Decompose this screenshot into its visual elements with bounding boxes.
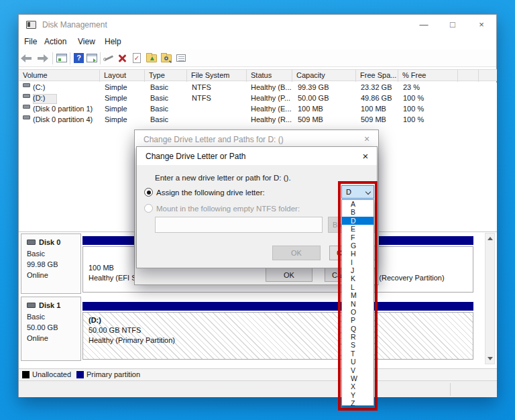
drive-letter-option[interactable]: O: [342, 308, 374, 316]
vertical-scrollbar[interactable]: [485, 233, 495, 364]
disk1-status: Online: [27, 333, 80, 344]
show-console-tree-icon[interactable]: [56, 52, 69, 64]
minimize-button[interactable]: —: [413, 15, 435, 35]
disk0-name: Disk 0: [39, 238, 60, 246]
assign-drive-letter-radio[interactable]: [144, 188, 153, 197]
task-check-icon[interactable]: ✓: [131, 52, 144, 64]
scroll-down-button[interactable]: [485, 354, 494, 364]
explore-folder-icon[interactable]: [160, 52, 174, 64]
column-header[interactable]: % Free: [398, 70, 458, 82]
volume-row[interactable]: (D:)SimpleBasicNTFSHealthy (P...50.00 GB…: [19, 93, 497, 104]
inner-ok-button[interactable]: OK: [272, 246, 321, 260]
chevron-down-icon: [365, 189, 371, 195]
delete-volume-icon[interactable]: [116, 52, 129, 64]
drive-letter-option[interactable]: G: [342, 242, 374, 250]
cell-pct_free: 100 %: [403, 94, 424, 102]
primary-partition-legend-swatch: [76, 371, 84, 378]
drive-letter-option[interactable]: Y: [342, 391, 374, 399]
volume-row[interactable]: (C:)SimpleBasicNTFSHealthy (B...99.39 GB…: [19, 83, 497, 93]
drive-letter-option[interactable]: A: [342, 200, 374, 208]
drive-letter-option[interactable]: N: [342, 300, 374, 308]
dialog-prompt: Enter a new drive letter or path for D: …: [155, 174, 291, 182]
drive-letter-option[interactable]: M: [342, 291, 374, 299]
title-bar: Disk Management — □ ×: [19, 15, 496, 35]
drive-letter-option[interactable]: D: [342, 217, 374, 225]
disk0-status: Online: [27, 270, 80, 280]
column-header[interactable]: Volume: [19, 70, 100, 82]
volume-row[interactable]: (Disk 0 partition 4)SimpleBasicHealthy (…: [19, 115, 497, 125]
drive-letter-option[interactable]: B: [342, 208, 374, 216]
drive-letter-option[interactable]: V: [342, 366, 374, 374]
disk-tool-icon[interactable]: [103, 52, 116, 64]
cell-pct_free: 100 %: [403, 105, 424, 113]
forward-icon[interactable]: [37, 52, 50, 64]
column-header[interactable]: Capacity: [292, 70, 356, 82]
cell-capacity: 99.39 GB: [298, 83, 329, 91]
outer-dialog-close-icon[interactable]: ×: [355, 130, 378, 148]
scroll-up-button[interactable]: [485, 233, 494, 244]
drive-letter-option[interactable]: K: [342, 274, 374, 282]
drive-letter-option[interactable]: H: [342, 250, 374, 258]
menu-file[interactable]: File: [24, 37, 37, 46]
drive-letter-option[interactable]: P: [342, 316, 374, 324]
disk-management-app-icon: [26, 21, 36, 29]
volume-drive-icon: [23, 94, 30, 98]
column-header[interactable]: Status: [247, 70, 292, 82]
inner-dialog-close-icon[interactable]: ×: [354, 147, 377, 165]
drive-letter-dropdown[interactable]: D: [341, 185, 374, 199]
menu-help[interactable]: Help: [105, 37, 121, 46]
unallocated-legend-swatch: [22, 371, 30, 378]
disk1-size: 50.00 GB: [27, 322, 80, 333]
close-button[interactable]: ×: [471, 15, 492, 35]
cell-free_space: 100 MB: [361, 105, 386, 113]
menu-view[interactable]: View: [78, 37, 95, 46]
help-icon[interactable]: ?: [72, 52, 86, 64]
drive-letter-option[interactable]: L: [342, 283, 374, 291]
partition-size: 50.00 GB NTFS: [89, 325, 473, 335]
drive-letter-option[interactable]: J: [342, 266, 374, 274]
open-folder-up-icon[interactable]: [146, 52, 159, 64]
drive-letter-option[interactable]: W: [342, 374, 374, 382]
drive-letter-option[interactable]: Z: [342, 399, 374, 407]
mount-folder-label: Mount in the following empty NTFS folder…: [156, 205, 300, 213]
disk1-row: Disk 1 Basic 50.00 GB Online (D:) 50.00 …: [19, 297, 484, 361]
drive-letter-option[interactable]: R: [342, 333, 374, 341]
drive-letter-option[interactable]: T: [342, 350, 374, 358]
cell-layout: Simple: [105, 105, 127, 113]
column-header[interactable]: Layout: [100, 70, 145, 82]
cell-type: Basic: [150, 105, 168, 113]
properties-icon[interactable]: [175, 52, 188, 64]
legend-bar: Unallocated Primary partition: [19, 368, 497, 380]
disk1-partition-d[interactable]: (D:) 50.00 GB NTFS Healthy (Primary Part…: [82, 302, 473, 360]
drive-letter-option[interactable]: Q: [342, 325, 374, 333]
volume-drive-icon: [23, 83, 30, 87]
volume-row[interactable]: (Disk 0 partition 1)SimpleBasicHealthy (…: [19, 104, 497, 115]
column-header[interactable]: File System: [187, 70, 247, 82]
partition-drive-letter: (D:): [89, 315, 473, 325]
cell-status: Healthy (B...: [251, 83, 292, 91]
show-action-pane-icon[interactable]: [86, 52, 99, 64]
drive-letter-option[interactable]: X: [342, 382, 374, 390]
drive-letter-option[interactable]: E: [342, 225, 374, 233]
drive-letter-option[interactable]: F: [342, 233, 374, 242]
disk0-kind: Basic: [27, 248, 80, 259]
drive-letter-option[interactable]: U: [342, 358, 374, 366]
disk0-label-panel[interactable]: Disk 0 Basic 99.98 GB Online: [21, 233, 81, 294]
mount-path-input[interactable]: [155, 217, 323, 233]
column-header[interactable]: Free Spa...: [356, 70, 398, 82]
drive-letter-option[interactable]: S: [342, 341, 374, 349]
column-header[interactable]: Type: [145, 70, 187, 82]
outer-ok-button[interactable]: OK: [266, 268, 312, 282]
menu-action[interactable]: Action: [44, 37, 66, 46]
maximize-button[interactable]: □: [442, 15, 463, 35]
drive-letter-option[interactable]: I: [342, 258, 374, 266]
mount-folder-radio[interactable]: [144, 204, 153, 213]
cell-pct_free: 100 %: [403, 115, 424, 123]
disk1-label-panel[interactable]: Disk 1 Basic 50.00 GB Online: [21, 297, 81, 361]
toolbar-separator: [70, 52, 70, 64]
cell-free_space: 509 MB: [361, 115, 386, 123]
disk0-size: 99.98 GB: [27, 259, 80, 270]
red-annotation-box: D ABDEFGHIJKLMNOPQRSTUVWXYZ: [338, 181, 378, 411]
back-icon[interactable]: [21, 52, 34, 64]
unallocated-legend-label: Unallocated: [32, 370, 71, 378]
